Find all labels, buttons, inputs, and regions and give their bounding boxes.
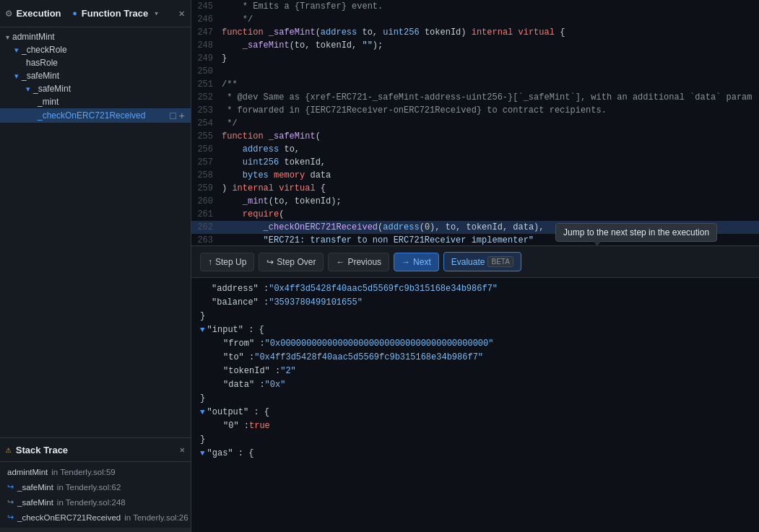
tree-arrow-icon: ▾ xyxy=(6,33,9,41)
tree-item-label: _safeMint xyxy=(33,84,71,94)
step-over-button[interactable]: ↪ Step Over xyxy=(259,253,324,271)
tree-item-safeMint-2[interactable]: ▾ _safeMint xyxy=(0,82,191,95)
code-content: } xyxy=(222,52,759,65)
code-line-260: 260 _mint(to, tokenId); xyxy=(191,195,759,208)
json-line-tokenId: "tokenId" : "2" xyxy=(191,365,759,378)
tree-item-label: hasRole xyxy=(26,58,58,68)
line-number: 247 xyxy=(191,26,222,39)
json-line-address: "address" : "0x4ff3d5428f40aac5d5569fc9b… xyxy=(191,282,759,296)
stack-arrow-icon: ↪ xyxy=(7,497,14,507)
json-value-balance: "3593780499101655" xyxy=(269,296,363,310)
json-key: "from" : xyxy=(223,337,265,351)
tree-item-checkOnERC721Received[interactable]: _checkOnERC721Received □ + xyxy=(0,108,191,123)
json-collapse-icon[interactable]: ▼ xyxy=(200,323,205,337)
tree-item-safeMint-1[interactable]: ▾ _safeMint xyxy=(0,69,191,82)
json-line-zero: "0" : true xyxy=(191,419,759,433)
previous-button[interactable]: ← Previous xyxy=(328,253,389,271)
line-number: 258 xyxy=(191,169,222,182)
code-line-247: 247 function _safeMint(address to, uint2… xyxy=(191,26,759,39)
next-icon: → xyxy=(402,257,410,267)
code-content: _checkOnERC721Received(address(0), to, t… xyxy=(222,221,759,234)
code-content: */ xyxy=(222,13,759,26)
code-content: * Emits a {Transfer} event. xyxy=(222,0,759,13)
line-number: 262 xyxy=(191,221,222,234)
tree-item-label: admintMint xyxy=(12,32,55,42)
code-line-258: 258 bytes memory data xyxy=(191,169,759,182)
code-content: function _safeMint(address to, uint256 t… xyxy=(222,26,759,39)
json-key: "input" : { xyxy=(207,323,264,337)
code-line-257: 257 uint256 tokenId, xyxy=(191,156,759,169)
json-value-from: "0x0000000000000000000000000000000000000… xyxy=(265,337,494,351)
json-value-data: "0x" xyxy=(265,378,286,392)
json-value-to: "0x4ff3d5428f40aac5d5569fc9b315168e34b98… xyxy=(254,351,483,365)
json-value-tokenId: "2" xyxy=(280,365,296,378)
code-line-250: 250 xyxy=(191,65,759,78)
code-line-254: 254 */ xyxy=(191,117,759,130)
folder-icon: ▾ xyxy=(26,84,30,94)
json-line-balance: "balance" : "3593780499101655" xyxy=(191,296,759,310)
plus-action-icon[interactable]: + xyxy=(179,110,185,121)
step-over-label: Step Over xyxy=(277,257,316,267)
left-panel: ⚙ Execution ● Function Trace ▾ ✕ ▾ admin… xyxy=(0,0,191,532)
json-line-data: "data" : "0x" xyxy=(191,378,759,392)
json-key: "output" : { xyxy=(207,406,269,419)
json-output: "address" : "0x4ff3d5428f40aac5d5569fc9b… xyxy=(191,278,759,532)
code-line-252: 252 * @dev Same as {xref-ERC721-_safeMin… xyxy=(191,91,759,104)
code-content: address to, xyxy=(222,143,759,156)
function-trace-circle-icon: ● xyxy=(72,9,77,18)
next-label: Next xyxy=(413,257,431,267)
line-number: 249 xyxy=(191,52,222,65)
close-icon[interactable]: ✕ xyxy=(179,7,185,19)
json-key: "to" : xyxy=(223,351,254,365)
code-content: function _safeMint( xyxy=(222,130,759,143)
tree-item-label: _safeMint xyxy=(22,71,59,81)
stack-trace-list: admintMint in Tenderly.sol:59 ↪ _safeMin… xyxy=(0,462,191,528)
json-collapse-icon[interactable]: ▼ xyxy=(200,447,205,461)
execution-icon: ⚙ xyxy=(6,7,12,19)
stack-item-safeMint-248[interactable]: ↪ _safeMint in Tenderly.sol:248 xyxy=(0,494,191,510)
json-key: "balance" : xyxy=(212,296,269,310)
next-button[interactable]: → Next xyxy=(394,253,439,271)
json-line-to: "to" : "0x4ff3d5428f40aac5d5569fc9b31516… xyxy=(191,351,759,365)
tree-item-hasRole[interactable]: hasRole xyxy=(0,56,191,69)
line-number: 250 xyxy=(191,65,222,78)
chevron-down-icon[interactable]: ▾ xyxy=(154,9,159,18)
line-number: 259 xyxy=(191,182,222,195)
folder-icon: ▾ xyxy=(14,45,19,55)
code-line-261: 261 require( xyxy=(191,208,759,221)
stack-trace-title: Stack Trace xyxy=(16,445,68,455)
code-line-249: 249 } xyxy=(191,52,759,65)
scroll-bar xyxy=(0,528,191,532)
line-number: 254 xyxy=(191,117,222,130)
tree-item-checkRole[interactable]: ▾ _checkRole xyxy=(0,43,191,56)
function-trace-tree: ▾ admintMint ▾ _checkRole hasRole ▾ _saf… xyxy=(0,27,191,437)
evaluate-button[interactable]: Evaluate BETA xyxy=(443,252,521,271)
stack-arrow-icon: ↪ xyxy=(7,482,14,492)
json-collapse-icon[interactable]: ▼ xyxy=(200,406,205,419)
code-content: */ xyxy=(222,117,759,130)
code-line-259: 259 ) internal virtual { xyxy=(191,182,759,195)
json-key: "data" : xyxy=(223,378,265,392)
json-key: "0" : xyxy=(223,419,249,433)
code-line-246: 246 */ xyxy=(191,13,759,26)
tree-item-label: _checkRole xyxy=(22,45,67,55)
code-editor: 245 * Emits a {Transfer} event. 246 */ 2… xyxy=(191,0,759,245)
stack-item-admintMint[interactable]: admintMint in Tenderly.sol:59 xyxy=(0,465,191,479)
code-line-253: 253 * forwarded in {IERC721Receiver-onER… xyxy=(191,104,759,117)
line-number: 251 xyxy=(191,78,222,91)
warning-icon: ⚠ xyxy=(6,444,12,455)
code-content: require( xyxy=(222,208,759,221)
previous-icon: ← xyxy=(336,257,344,267)
code-content: "ERC721: transfer to non ERC721Receiver … xyxy=(222,234,759,245)
json-value-address: "0x4ff3d5428f40aac5d5569fc9b315168e34b98… xyxy=(269,282,498,296)
tree-item-admintMint[interactable]: ▾ admintMint xyxy=(0,30,191,43)
json-line-from: "from" : "0x0000000000000000000000000000… xyxy=(191,337,759,351)
line-number: 248 xyxy=(191,39,222,52)
step-up-button[interactable]: ↑ Step Up xyxy=(200,253,254,271)
step-up-icon: ↑ xyxy=(208,257,212,267)
stack-item-checkOnERC721Received-26[interactable]: ↪ _checkOnERC721Received in Tenderly.sol… xyxy=(0,510,191,525)
tree-item-mint[interactable]: _mint xyxy=(0,95,191,108)
add-action-icon[interactable]: □ xyxy=(170,110,175,121)
stack-item-safeMint-62[interactable]: ↪ _safeMint in Tenderly.sol:62 xyxy=(0,479,191,494)
stack-trace-close-icon[interactable]: ✕ xyxy=(180,445,185,455)
